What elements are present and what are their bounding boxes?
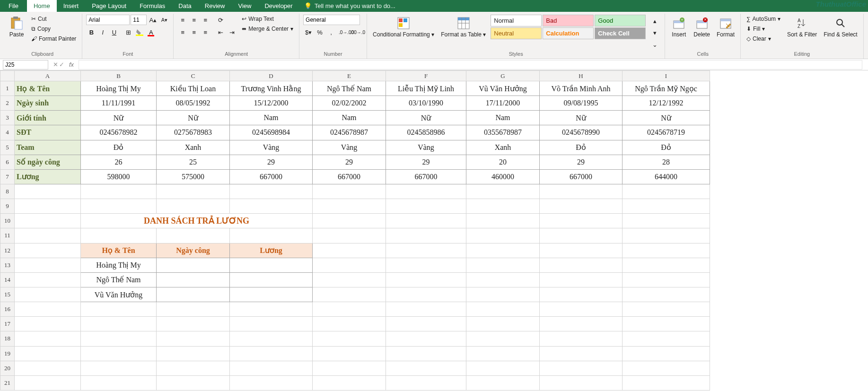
cell[interactable] [623, 346, 710, 361]
cell[interactable] [540, 331, 623, 346]
cell[interactable]: Liễu Thị Mỹ Linh [386, 81, 466, 96]
row-header[interactable]: 6 [0, 155, 15, 169]
cell[interactable]: Xanh [466, 140, 540, 155]
tab-view[interactable]: View [231, 0, 258, 12]
cell[interactable] [466, 302, 540, 317]
cell[interactable] [15, 375, 81, 390]
cell[interactable]: 0245698984 [230, 125, 313, 140]
cell[interactable] [623, 258, 710, 272]
tell-me[interactable]: 💡 Tell me what you want to do... [299, 0, 400, 12]
bold-button[interactable]: B [86, 27, 96, 37]
cell[interactable] [466, 258, 540, 272]
cell[interactable] [230, 317, 313, 331]
cell[interactable] [313, 287, 386, 302]
cell[interactable] [15, 331, 81, 346]
row-header[interactable]: 9 [0, 199, 15, 214]
cell[interactable]: 08/05/1992 [157, 96, 230, 111]
row-header[interactable]: 15 [0, 287, 15, 302]
style-neutral[interactable]: Neutral [491, 27, 542, 39]
cell[interactable]: 644000 [623, 169, 710, 184]
cell[interactable] [230, 361, 313, 375]
row-header[interactable]: 8 [0, 184, 15, 199]
row-header[interactable]: 11 [0, 228, 15, 243]
cell[interactable]: Nam [230, 111, 313, 125]
find-select-button[interactable]: Find & Select [822, 15, 859, 39]
cell[interactable]: 12/12/1992 [623, 96, 710, 111]
cell[interactable]: Ngày sinh [15, 96, 81, 111]
cell[interactable] [386, 302, 466, 317]
cell[interactable] [386, 243, 466, 258]
cell[interactable]: Hoàng Thị My [81, 258, 157, 272]
format-painter-button[interactable]: 🖌Format Painter [29, 35, 78, 43]
cell[interactable] [466, 331, 540, 346]
accounting-format-icon[interactable]: $▾ [303, 27, 314, 37]
fx-icon[interactable]: fx [67, 61, 79, 68]
cell[interactable]: 20 [466, 155, 540, 169]
cell[interactable] [313, 375, 386, 390]
name-box[interactable] [3, 60, 48, 70]
cell[interactable] [313, 361, 386, 375]
cell[interactable] [623, 375, 710, 390]
cell[interactable] [15, 272, 81, 287]
cell[interactable]: 28 [623, 155, 710, 169]
cell[interactable] [157, 361, 230, 375]
cell[interactable]: 29 [540, 155, 623, 169]
cell[interactable] [230, 302, 313, 317]
row-header[interactable]: 17 [0, 317, 15, 331]
cell[interactable]: 0245858986 [386, 125, 466, 140]
tab-page-layout[interactable]: Page Layout [85, 0, 133, 12]
row-header[interactable]: 13 [0, 258, 15, 272]
col-header[interactable]: H [540, 71, 623, 81]
fill-color-button[interactable] [134, 27, 145, 37]
styles-scroll-up-icon[interactable]: ▴ [649, 16, 660, 26]
cell[interactable] [81, 199, 157, 214]
cell[interactable] [81, 302, 157, 317]
cell[interactable] [230, 228, 313, 243]
cell[interactable] [313, 317, 386, 331]
spreadsheet-grid[interactable]: A B C D E F G H I 1Họ & TênHoàng Thị MyK… [0, 70, 868, 391]
cell[interactable] [81, 228, 157, 243]
col-header[interactable]: D [230, 71, 313, 81]
row-header[interactable]: 10 [0, 214, 15, 228]
cell[interactable] [540, 272, 623, 287]
cell[interactable]: 667000 [386, 169, 466, 184]
cell[interactable]: Vàng [386, 140, 466, 155]
cell[interactable] [157, 258, 230, 272]
cell[interactable]: 667000 [313, 169, 386, 184]
formula-bar[interactable] [79, 60, 862, 70]
align-right-icon[interactable]: ≡ [200, 27, 210, 37]
tab-formulas[interactable]: Formulas [133, 0, 172, 12]
font-name-select[interactable] [86, 15, 130, 25]
align-center-icon[interactable]: ≡ [189, 27, 199, 37]
cell[interactable] [313, 346, 386, 361]
number-format-select[interactable] [303, 15, 360, 25]
cell[interactable]: Trương Vinh Hằng [230, 81, 313, 96]
cell[interactable] [81, 184, 157, 199]
tab-home[interactable]: Home [27, 0, 57, 12]
cell[interactable] [540, 199, 623, 214]
comma-format-icon[interactable]: , [326, 27, 336, 37]
cell[interactable] [313, 258, 386, 272]
cell[interactable] [15, 184, 81, 199]
tab-insert[interactable]: Insert [57, 0, 86, 12]
cell[interactable]: 29 [386, 155, 466, 169]
insert-cells-button[interactable]: +Insert [669, 15, 689, 39]
tab-review[interactable]: Review [198, 0, 232, 12]
cell[interactable] [81, 331, 157, 346]
borders-button[interactable]: ⊞ [123, 27, 133, 37]
cell[interactable]: Nam [466, 111, 540, 125]
cell[interactable] [623, 272, 710, 287]
cell[interactable] [540, 375, 623, 390]
cell[interactable] [15, 199, 81, 214]
cell[interactable]: 0355678987 [466, 125, 540, 140]
cell[interactable] [157, 317, 230, 331]
cell[interactable] [386, 317, 466, 331]
row-header[interactable]: 1 [0, 81, 15, 96]
styles-scroll-down-icon[interactable]: ▾ [649, 27, 660, 38]
cell[interactable]: DANH SÁCH TRẢ LƯƠNG [81, 214, 313, 228]
cell[interactable] [157, 287, 230, 302]
cell[interactable]: Họ & Tên [15, 81, 81, 96]
style-check-cell[interactable]: Check Cell [595, 27, 646, 39]
cell[interactable] [623, 287, 710, 302]
cell[interactable] [540, 346, 623, 361]
